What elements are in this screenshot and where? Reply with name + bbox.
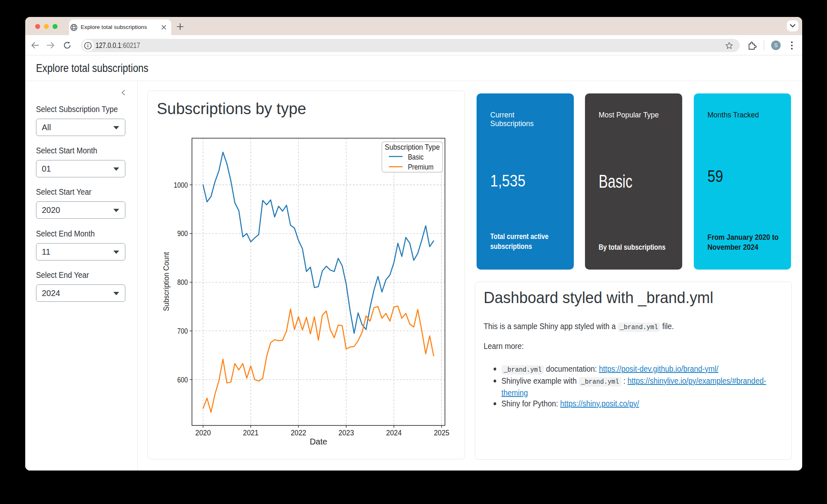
svg-text:900: 900 (177, 229, 188, 238)
svg-text:1000: 1000 (174, 181, 188, 189)
svg-text:2021: 2021 (243, 428, 259, 437)
svg-text:Basic: Basic (408, 153, 424, 161)
svg-text:2023: 2023 (338, 428, 354, 437)
svg-text:2025: 2025 (434, 428, 450, 437)
svg-text:2024: 2024 (386, 428, 402, 437)
svg-text:Premium: Premium (408, 162, 434, 171)
svg-text:2022: 2022 (291, 428, 307, 437)
svg-text:Subscription Type: Subscription Type (385, 143, 440, 151)
svg-text:600: 600 (177, 375, 188, 384)
svg-text:Subscription Count: Subscription Count (162, 252, 170, 311)
svg-text:700: 700 (177, 327, 188, 335)
svg-text:800: 800 (177, 278, 188, 287)
svg-text:Date: Date (310, 437, 327, 446)
svg-text:2020: 2020 (195, 428, 211, 437)
